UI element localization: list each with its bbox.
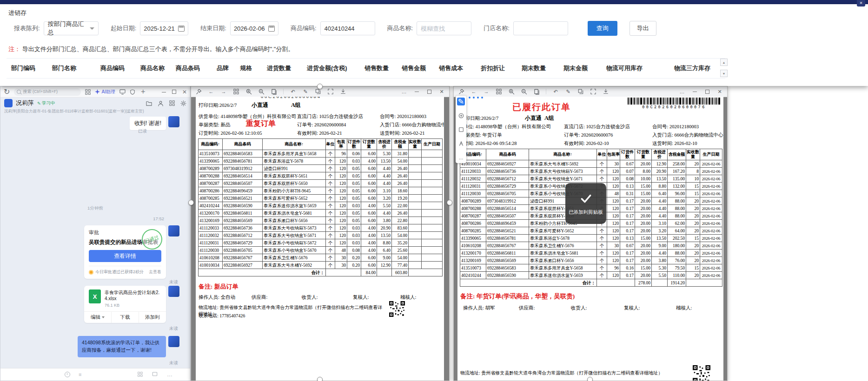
file-edit-button[interactable]: 编辑 bbox=[84, 312, 112, 323]
restore-icon[interactable] bbox=[704, 88, 710, 95]
report-type-value: 按部门商品汇总 bbox=[48, 20, 90, 37]
zoom-in-icon[interactable] bbox=[508, 88, 515, 95]
self-avatar[interactable] bbox=[168, 225, 179, 236]
search-input[interactable]: 搜索 (Ctrl+Shift+F) bbox=[14, 88, 81, 96]
thumbnails-icon[interactable] bbox=[233, 88, 239, 95]
scroll-down-icon[interactable]: ▼ bbox=[720, 70, 728, 77]
minimize-icon[interactable] bbox=[691, 88, 698, 95]
shape-icon[interactable] bbox=[457, 126, 465, 133]
pin-icon[interactable] bbox=[195, 88, 202, 95]
ai-assistant-button[interactable]: AI助理 bbox=[95, 89, 115, 95]
close-icon[interactable]: ✕ bbox=[182, 89, 187, 95]
more-icon[interactable]: … bbox=[457, 154, 465, 161]
restore-icon[interactable] bbox=[426, 88, 432, 95]
store-name-input[interactable] bbox=[513, 21, 568, 35]
zoom-in-icon[interactable] bbox=[245, 88, 252, 95]
forward-icon[interactable]: → bbox=[220, 88, 227, 95]
column-header: 期末数量 bbox=[517, 64, 559, 72]
expand-icon[interactable] bbox=[327, 88, 334, 95]
pages-icon[interactable] bbox=[533, 88, 540, 95]
file-download-button[interactable]: 下载 bbox=[112, 312, 139, 323]
maximize-icon[interactable] bbox=[172, 90, 176, 94]
resize-handle-left[interactable] bbox=[188, 200, 194, 205]
pin-icon[interactable] bbox=[458, 88, 464, 95]
list-icon[interactable]: ≡ bbox=[79, 372, 81, 377]
undo-icon[interactable]: ↶ bbox=[290, 88, 296, 95]
undo-icon[interactable]: ↶ bbox=[552, 88, 559, 95]
minimize-icon[interactable] bbox=[413, 88, 420, 95]
resize-handle-right[interactable] bbox=[447, 200, 452, 205]
self-avatar[interactable] bbox=[168, 116, 179, 127]
download-icon[interactable] bbox=[340, 88, 346, 95]
resize-handle-bottom[interactable] bbox=[317, 377, 323, 381]
resize-handle-bottom[interactable] bbox=[587, 377, 593, 381]
sign-supplier: 供应商: bbox=[252, 294, 267, 301]
add-icon[interactable]: ＋ bbox=[139, 87, 147, 97]
grid-icon[interactable] bbox=[138, 370, 143, 379]
add-circle-icon[interactable] bbox=[457, 112, 465, 119]
group: A组 bbox=[544, 114, 554, 122]
points-link[interactable]: 去查看 bbox=[149, 269, 161, 275]
copy-icon[interactable] bbox=[315, 88, 321, 95]
pages-icon[interactable] bbox=[271, 88, 277, 95]
start-date-input[interactable]: 2025-12-21 bbox=[140, 21, 188, 35]
product-name-input[interactable] bbox=[417, 21, 471, 35]
resize-handle-top[interactable] bbox=[317, 84, 323, 89]
column-header: 折扣折让 bbox=[476, 64, 517, 72]
contract-no: 合同号: 202012180003 bbox=[652, 124, 699, 130]
export-button[interactable]: 导出 bbox=[629, 21, 656, 36]
column-header: 生产日期 bbox=[422, 139, 443, 150]
contact-avatar[interactable] bbox=[4, 99, 13, 107]
zoom-out-icon[interactable] bbox=[521, 88, 527, 95]
window-icon[interactable] bbox=[152, 370, 158, 379]
screen-share-icon[interactable] bbox=[119, 89, 126, 95]
view-details-button[interactable]: 查看详情 bbox=[89, 250, 161, 262]
scroll-up-icon[interactable]: ▲ bbox=[720, 59, 728, 66]
forward-icon[interactable]: → bbox=[483, 88, 490, 95]
table-row: 4111200326922884656712泰禾森系大号收纳盒Y-5671个 1… bbox=[199, 232, 443, 239]
note-prefix: 注： bbox=[8, 46, 20, 53]
column-header: 部门编码 bbox=[7, 64, 47, 72]
end-date-input[interactable]: 2026-02-06 bbox=[230, 21, 278, 35]
more-icon[interactable]: … bbox=[167, 371, 172, 378]
close-icon[interactable]: ✕ bbox=[716, 88, 723, 95]
back-icon[interactable]: ← bbox=[208, 88, 214, 95]
copy-icon[interactable] bbox=[577, 88, 584, 95]
text-icon[interactable] bbox=[457, 140, 465, 147]
shield-icon[interactable] bbox=[130, 89, 135, 95]
zoom-out-icon[interactable] bbox=[258, 88, 265, 95]
column-header: 含税进价 bbox=[377, 139, 392, 150]
product-code-input[interactable] bbox=[320, 21, 375, 35]
overlay-close-icon[interactable]: × bbox=[857, 0, 865, 7]
grid-icon[interactable] bbox=[169, 100, 175, 106]
self-avatar[interactable] bbox=[168, 336, 179, 347]
table-row: 4087002866922884696459泰禾粉韵小方杯TH-9645个 12… bbox=[199, 187, 443, 195]
self-avatar[interactable] bbox=[168, 286, 179, 297]
file-card[interactable]: X 非食学讯商品分货计划表2.4.xlsx 76.1 KB 编辑 下载 添加到 bbox=[84, 286, 166, 323]
apps-grid-icon[interactable] bbox=[85, 89, 91, 95]
table-row: 4132001696922884656569泰禾森系漱口杯Y-5656个 120… bbox=[460, 257, 722, 264]
gear-icon[interactable] bbox=[180, 100, 186, 106]
toolbar-drag-dots[interactable] bbox=[469, 97, 483, 99]
chat-input-bar[interactable]: ≡ … bbox=[0, 368, 190, 381]
refresh-icon[interactable]: ↻ bbox=[4, 87, 10, 96]
table-scrollbar[interactable]: ▲ ▼ bbox=[720, 59, 727, 77]
query-button[interactable]: 查询 bbox=[588, 21, 617, 36]
more-icon[interactable]: … bbox=[679, 88, 685, 95]
edit-icon[interactable]: ✎ bbox=[457, 98, 465, 105]
thumbnails-icon[interactable] bbox=[496, 88, 502, 95]
report-type-select[interactable]: 按部门商品汇总 bbox=[44, 21, 99, 35]
history-icon[interactable] bbox=[65, 372, 70, 377]
edit-icon[interactable]: ✎ bbox=[302, 88, 309, 95]
expand-icon[interactable] bbox=[590, 88, 596, 95]
edit-icon[interactable]: ✎ bbox=[565, 88, 571, 95]
download-icon[interactable] bbox=[603, 88, 609, 95]
column-header: 进货金额(含税) bbox=[302, 64, 360, 72]
person-icon[interactable] bbox=[158, 100, 164, 106]
back-icon[interactable]: ← bbox=[470, 88, 477, 95]
folder-icon[interactable] bbox=[146, 100, 152, 106]
more-icon[interactable]: … bbox=[401, 88, 407, 95]
close-icon[interactable]: ✕ bbox=[438, 88, 445, 95]
file-add-button[interactable]: 添加到 bbox=[139, 312, 166, 323]
minimize-icon[interactable] bbox=[162, 92, 166, 92]
